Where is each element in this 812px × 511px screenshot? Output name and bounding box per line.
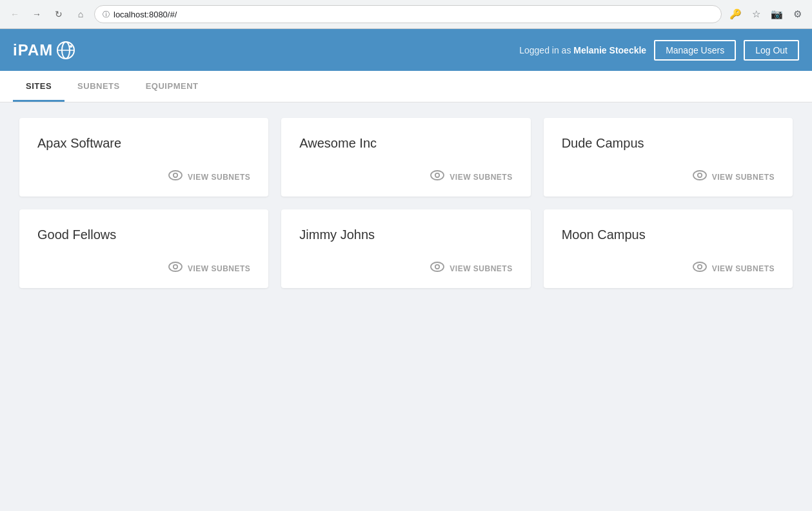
site-name-good-fellows: Good Fellows bbox=[37, 227, 250, 242]
site-name-awesome-inc: Awesome Inc bbox=[299, 136, 512, 151]
eye-icon-apax-software bbox=[168, 170, 183, 184]
view-subnets-btn-good-fellows[interactable]: VIEW SUBNETS bbox=[168, 262, 250, 275]
browser-actions: 🔑 ☆ 📷 ⚙ bbox=[727, 6, 806, 23]
view-subnets-label-jimmy-johns: VIEW SUBNETS bbox=[450, 264, 512, 273]
back-button[interactable]: ← bbox=[6, 6, 23, 23]
svg-point-3 bbox=[70, 45, 72, 48]
site-name-dude-campus: Dude Campus bbox=[562, 136, 775, 151]
lock-icon: ⓘ bbox=[103, 10, 110, 19]
logo-text: iPAM bbox=[13, 41, 53, 59]
user-name: Melanie Stoeckle bbox=[573, 45, 646, 55]
site-name-jimmy-johns: Jimmy Johns bbox=[299, 227, 512, 242]
sites-grid: Apax Software VIEW SUBNETS Awesome Inc bbox=[19, 118, 793, 288]
reload-button[interactable]: ↻ bbox=[50, 6, 67, 23]
home-button[interactable]: ⌂ bbox=[72, 6, 89, 23]
svg-point-13 bbox=[435, 265, 439, 269]
view-subnets-btn-jimmy-johns[interactable]: VIEW SUBNETS bbox=[430, 262, 512, 275]
view-subnets-btn-dude-campus[interactable]: VIEW SUBNETS bbox=[693, 170, 775, 184]
view-subnets-btn-apax-software[interactable]: VIEW SUBNETS bbox=[168, 170, 250, 184]
main-content: Apax Software VIEW SUBNETS Awesome Inc bbox=[0, 102, 812, 511]
eye-icon-moon-campus bbox=[693, 262, 707, 275]
key-icon[interactable]: 🔑 bbox=[727, 6, 744, 23]
forward-button[interactable]: → bbox=[28, 6, 45, 23]
extensions-icon[interactable]: ⚙ bbox=[789, 6, 806, 23]
svg-point-10 bbox=[169, 262, 182, 271]
site-card-apax-software: Apax Software VIEW SUBNETS bbox=[19, 118, 268, 197]
svg-point-11 bbox=[173, 265, 177, 269]
svg-point-15 bbox=[697, 265, 701, 269]
browser-chrome: ← → ↻ ⌂ ⓘ localhost:8080/#/ 🔑 ☆ 📷 ⚙ bbox=[0, 0, 812, 29]
site-card-footer-awesome-inc: VIEW SUBNETS bbox=[299, 170, 512, 184]
bookmark-icon[interactable]: ☆ bbox=[748, 6, 764, 23]
tab-sites[interactable]: SITES bbox=[13, 71, 64, 102]
svg-point-9 bbox=[697, 173, 701, 177]
eye-icon-awesome-inc bbox=[430, 170, 444, 184]
svg-point-4 bbox=[169, 171, 182, 180]
header-right: Logged in as Melanie Stoeckle Manage Use… bbox=[519, 40, 799, 61]
svg-point-6 bbox=[431, 171, 444, 180]
tab-equipment[interactable]: EQUIPMENT bbox=[133, 71, 212, 102]
site-card-footer-moon-campus: VIEW SUBNETS bbox=[562, 262, 775, 275]
app-logo: iPAM bbox=[13, 40, 76, 61]
view-subnets-label-awesome-inc: VIEW SUBNETS bbox=[450, 173, 512, 182]
url-text: localhost:8080/#/ bbox=[114, 10, 177, 19]
site-name-moon-campus: Moon Campus bbox=[562, 227, 775, 242]
view-subnets-label-good-fellows: VIEW SUBNETS bbox=[188, 264, 250, 273]
site-card-footer-good-fellows: VIEW SUBNETS bbox=[37, 262, 250, 275]
site-card-footer-apax-software: VIEW SUBNETS bbox=[37, 170, 250, 184]
view-subnets-btn-moon-campus[interactable]: VIEW SUBNETS bbox=[693, 262, 775, 275]
eye-icon-jimmy-johns bbox=[430, 262, 444, 275]
svg-point-7 bbox=[435, 173, 439, 177]
site-card-good-fellows: Good Fellows VIEW SUBNETS bbox=[19, 209, 268, 288]
svg-point-5 bbox=[173, 173, 177, 177]
site-card-jimmy-johns: Jimmy Johns VIEW SUBNETS bbox=[281, 209, 530, 288]
logo-icon bbox=[55, 40, 76, 61]
view-subnets-label-moon-campus: VIEW SUBNETS bbox=[712, 264, 775, 273]
site-name-apax-software: Apax Software bbox=[37, 136, 250, 151]
svg-point-8 bbox=[693, 171, 706, 180]
view-subnets-btn-awesome-inc[interactable]: VIEW SUBNETS bbox=[430, 170, 512, 184]
site-card-footer-jimmy-johns: VIEW SUBNETS bbox=[299, 262, 512, 275]
site-card-footer-dude-campus: VIEW SUBNETS bbox=[562, 170, 775, 184]
site-card-moon-campus: Moon Campus VIEW SUBNETS bbox=[544, 209, 793, 288]
manage-users-button[interactable]: Manage Users bbox=[654, 40, 736, 61]
app-header: iPAM Logged in as Melanie Stoeckle Manag… bbox=[0, 29, 812, 71]
svg-point-12 bbox=[431, 262, 444, 271]
view-subnets-label-dude-campus: VIEW SUBNETS bbox=[712, 173, 775, 182]
camera-icon[interactable]: 📷 bbox=[768, 6, 785, 23]
logout-button[interactable]: Log Out bbox=[744, 40, 799, 61]
site-card-awesome-inc: Awesome Inc VIEW SUBNETS bbox=[281, 118, 530, 197]
site-card-dude-campus: Dude Campus VIEW SUBNETS bbox=[544, 118, 793, 197]
logged-in-text: Logged in as Melanie Stoeckle bbox=[519, 45, 646, 55]
view-subnets-label-apax-software: VIEW SUBNETS bbox=[188, 173, 250, 182]
tab-subnets[interactable]: SUBNETS bbox=[64, 71, 133, 102]
svg-point-14 bbox=[693, 262, 706, 271]
eye-icon-good-fellows bbox=[168, 262, 183, 275]
eye-icon-dude-campus bbox=[693, 170, 707, 184]
address-bar[interactable]: ⓘ localhost:8080/#/ bbox=[94, 5, 722, 23]
tabs-nav: SITES SUBNETS EQUIPMENT bbox=[0, 71, 812, 102]
